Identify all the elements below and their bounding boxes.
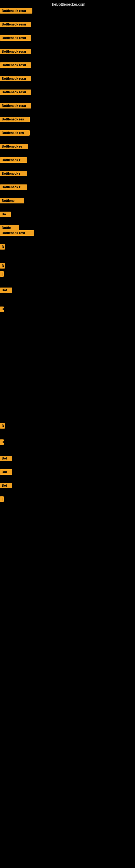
- bottleneck-button-16[interactable]: Bo: [0, 212, 11, 217]
- bottleneck-button-29[interactable]: |: [0, 496, 4, 502]
- bottleneck-button-20[interactable]: B: [0, 263, 5, 269]
- bottleneck-button-24[interactable]: B: [0, 423, 5, 429]
- bottleneck-button-12[interactable]: Bottleneck r: [0, 157, 27, 163]
- bottleneck-button-5[interactable]: Bottleneck resu: [0, 62, 31, 68]
- bottleneck-button-14[interactable]: Bottleneck r: [0, 184, 27, 190]
- bottleneck-button-22[interactable]: Bot: [0, 287, 12, 293]
- bottleneck-button-15[interactable]: Bottlene: [0, 198, 24, 204]
- bottleneck-button-9[interactable]: Bottleneck res: [0, 117, 30, 122]
- bottleneck-button-25[interactable]: B: [0, 439, 4, 445]
- site-title: TheBottlenecker.com: [0, 0, 135, 9]
- bottleneck-button-3[interactable]: Bottleneck resu: [0, 35, 31, 41]
- bottleneck-button-7[interactable]: Bottleneck resu: [0, 90, 31, 95]
- bottleneck-button-11[interactable]: Bottleneck re: [0, 144, 28, 149]
- bottleneck-button-6[interactable]: Bottleneck resu: [0, 76, 31, 82]
- bottleneck-button-1[interactable]: Bottleneck resu: [0, 8, 32, 13]
- bottleneck-button-26[interactable]: Bot: [0, 456, 12, 461]
- bottleneck-button-2[interactable]: Bottleneck resu: [0, 22, 31, 27]
- bottleneck-button-27[interactable]: Bot: [0, 469, 12, 475]
- bottleneck-button-4[interactable]: Bottleneck resu: [0, 49, 31, 54]
- bottleneck-button-21[interactable]: |: [0, 271, 4, 277]
- bottleneck-button-10[interactable]: Bottleneck res: [0, 130, 30, 135]
- bottleneck-button-28[interactable]: Bot: [0, 483, 12, 488]
- bottleneck-button-23[interactable]: B: [0, 307, 4, 312]
- bottleneck-button-18[interactable]: Bottleneck rest: [0, 230, 34, 236]
- bottleneck-button-17[interactable]: Bottle: [0, 225, 19, 230]
- bottleneck-button-8[interactable]: Bottleneck resu: [0, 103, 31, 108]
- bottleneck-button-19[interactable]: B: [0, 244, 5, 250]
- bottleneck-button-13[interactable]: Bottleneck r: [0, 171, 27, 176]
